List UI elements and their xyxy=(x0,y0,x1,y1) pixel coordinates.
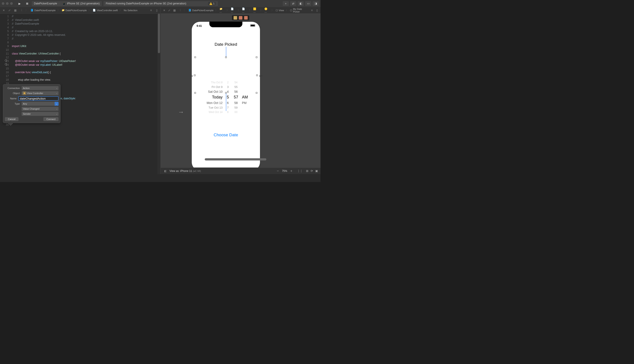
selection-handle[interactable] xyxy=(225,56,227,58)
ib-crumb-vc[interactable]: 🟨 … xyxy=(253,8,259,13)
status-text: Finished running DatePickerExample on iP… xyxy=(106,2,186,5)
close-tab-icon[interactable]: ✕ xyxy=(2,8,6,12)
first-responder-icon[interactable] xyxy=(239,16,242,20)
type-dropdown-button[interactable]: ⌄ xyxy=(55,102,59,106)
vertical-scrollbar[interactable] xyxy=(157,14,160,174)
crumb-selection[interactable]: No Selection xyxy=(124,9,137,12)
connection-label: Connection xyxy=(5,87,20,90)
type-select[interactable]: Any xyxy=(22,102,55,106)
constraint-line xyxy=(226,47,226,56)
embed-button[interactable]: ▣ xyxy=(315,169,318,173)
selection-handle[interactable] xyxy=(194,74,195,76)
close-dot[interactable] xyxy=(2,2,5,5)
zoom-out-button[interactable]: − xyxy=(277,169,279,173)
editor-jump-bar[interactable]: ✕ ⤢ ▦ 〈 〉 📘 DatePickerExample 〉 📁 DatePi… xyxy=(0,7,160,14)
align-button[interactable]: ⎸⎸ xyxy=(299,169,304,173)
nav-back-icon[interactable]: 〈 xyxy=(178,8,181,12)
ib-crumb-project[interactable]: 📘 DatePickerExample xyxy=(188,9,214,12)
ib-crumb-view[interactable]: ▢ View xyxy=(276,9,284,12)
ib-crumb-target[interactable]: ▢ My Date Picker xyxy=(290,8,307,13)
editor-options-icon[interactable]: ≡ xyxy=(310,8,313,12)
zoom-dot[interactable] xyxy=(10,2,13,5)
activity-status: Finished running DatePickerExample on iP… xyxy=(103,1,218,6)
selection-handle[interactable] xyxy=(256,74,258,76)
library-button[interactable]: ＋ xyxy=(283,1,289,6)
connection-select[interactable]: Action⌄ xyxy=(22,86,59,90)
ib-jump-bar[interactable]: ✕ ⤢ ▦ 〈 〉 📘 DatePickerExample 〉 📁 … 〉 📄 … xyxy=(161,7,321,14)
run-button[interactable]: ▶ xyxy=(17,1,23,6)
object-label: Object xyxy=(5,92,20,94)
scene-dock[interactable] xyxy=(232,15,250,21)
panel-right-button[interactable]: ◨ xyxy=(313,1,319,6)
device-status-bar: 9:41 xyxy=(192,24,260,28)
name-label: Name xyxy=(5,97,17,100)
focus-icon[interactable]: ⤢ xyxy=(167,8,171,12)
nav-forward-icon[interactable]: 〉 xyxy=(183,8,186,12)
cancel-button[interactable]: Cancel xyxy=(5,117,19,121)
interface-builder-pane: ✕ ⤢ ▦ 〈 〉 📘 DatePickerExample 〉 📁 … 〉 📄 … xyxy=(161,7,321,174)
event-select[interactable]: Value Changed⌄ xyxy=(22,107,59,111)
connection-drag-arrow: → xyxy=(178,108,184,116)
stop-button[interactable] xyxy=(24,1,30,6)
scheme-selector[interactable]: DatePickerExample 〉 📱 iPhone SE (2nd gen… xyxy=(32,1,102,6)
titlebar: ▶ DatePickerExample 〉 📱 iPhone SE (2nd g… xyxy=(0,0,321,7)
ib-crumb-storyboard[interactable]: 📄 … xyxy=(231,8,236,13)
toolbar-right: ＋ ⇄ ◧ ▭ ◨ xyxy=(283,1,319,6)
arguments-select[interactable]: Sender⌄ xyxy=(22,112,59,116)
view-as-label[interactable]: View as: iPhone 11 (wC hR) xyxy=(169,170,201,172)
connect-button[interactable]: Connect xyxy=(43,117,59,121)
canvas-bottom-bar: ◧ View as: iPhone 11 (wC hR) − 75% + ⎸⎸ … xyxy=(161,168,321,174)
ib-crumb-vcobj[interactable]: 🟡 … xyxy=(264,8,270,13)
code-editor-pane: ✕ ⤢ ▦ 〈 〉 📘 DatePickerExample 〉 📁 DatePi… xyxy=(0,7,161,174)
zoom-in-button[interactable]: + xyxy=(290,169,292,173)
nav-back-icon[interactable]: 〈 xyxy=(19,8,23,12)
date-picked-label[interactable]: Date Picked xyxy=(192,42,260,47)
assistant-icon[interactable]: ▯ xyxy=(155,8,159,12)
outlet-indicator[interactable] xyxy=(5,63,7,65)
zoom-level[interactable]: 75% xyxy=(282,170,287,172)
constraint-tools: ⎸⎸ ⊞ ⟳ ▣ xyxy=(299,169,318,173)
picker-row[interactable]: Fri Oct 9355 xyxy=(198,85,254,89)
crumb-file[interactable]: 📄 ViewController.swift xyxy=(93,9,118,12)
view-controller-icon[interactable] xyxy=(234,16,237,20)
scheme-project: DatePickerExample xyxy=(34,2,57,5)
constraint-line xyxy=(226,94,226,111)
panel-left-button[interactable]: ◧ xyxy=(298,1,304,6)
battery-icon xyxy=(250,24,255,26)
editor-options-icon[interactable]: ≡ xyxy=(149,8,153,12)
choose-date-button[interactable]: Choose Date xyxy=(192,132,260,138)
type-label: Type xyxy=(5,102,20,105)
nav-forward-icon[interactable]: 〉 xyxy=(25,8,29,12)
outline-toggle-icon[interactable]: ◧ xyxy=(163,169,167,173)
object-select[interactable]: View Controller⌄ xyxy=(22,91,59,95)
connection-popover: Connection Action⌄ Object View Controlle… xyxy=(3,84,60,123)
related-items-icon[interactable]: ▦ xyxy=(173,8,176,12)
window-controls xyxy=(2,2,13,5)
pin-button[interactable]: ⊞ xyxy=(306,169,308,173)
exit-icon[interactable] xyxy=(244,16,248,20)
selection-handle[interactable] xyxy=(256,56,257,58)
ib-crumb-folder[interactable]: 📁 … xyxy=(220,8,225,13)
related-items-icon[interactable]: ▦ xyxy=(13,8,17,12)
ib-crumb-scene[interactable]: 📄 … xyxy=(242,8,247,13)
selection-handle[interactable] xyxy=(194,56,196,58)
selection-handle[interactable] xyxy=(194,92,196,94)
minimize-dot[interactable] xyxy=(6,2,9,5)
warning-badge[interactable]: ⚠️ 1 xyxy=(208,2,216,6)
name-input[interactable] xyxy=(18,96,59,101)
close-tab-icon[interactable]: ✕ xyxy=(162,8,166,12)
picker-row[interactable]: Thu Oct 8254 xyxy=(198,80,254,85)
crumb-project[interactable]: 📘 DatePickerExample xyxy=(30,9,56,12)
device-preview[interactable]: 9:41 Date Picked Thu Oct 8254Fri Oct 935… xyxy=(191,22,260,168)
scheme-device: iPhone SE (2nd generation) xyxy=(67,2,100,5)
selection-handle[interactable] xyxy=(256,92,257,94)
assistant-icon[interactable]: ▯ xyxy=(315,8,319,12)
canvas[interactable]: → 9:41 Date Picked Thu Oct 8254Fri xyxy=(161,14,321,168)
resolve-button[interactable]: ⟳ xyxy=(311,169,313,173)
outlet-indicator[interactable] xyxy=(5,59,7,62)
focus-icon[interactable]: ⤢ xyxy=(8,8,12,12)
crumb-group[interactable]: 📁 DatePickerExample xyxy=(62,9,87,12)
horizontal-scrollbar[interactable] xyxy=(205,158,316,161)
panel-bottom-button[interactable]: ▭ xyxy=(305,1,311,6)
code-review-button[interactable]: ⇄ xyxy=(290,1,296,6)
